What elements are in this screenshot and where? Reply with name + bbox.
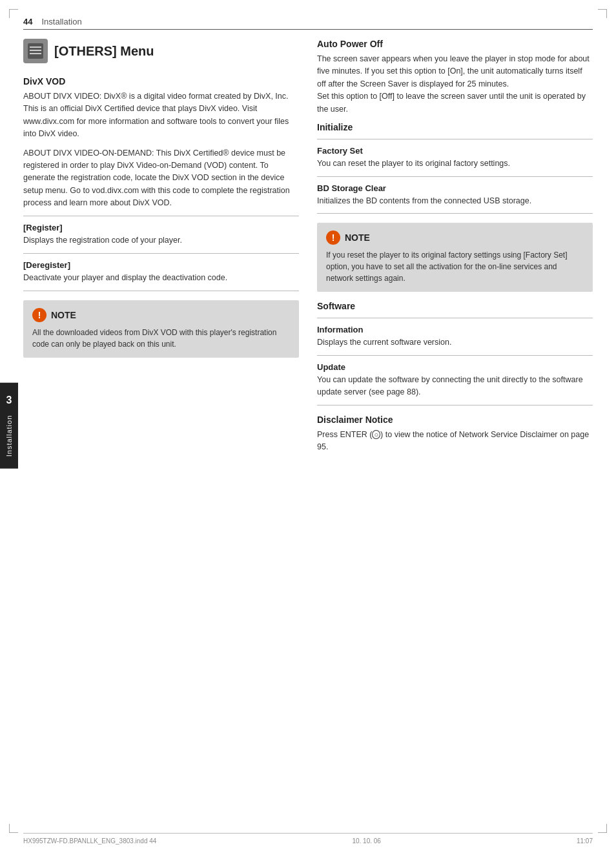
auto-power-off-section: Auto Power Off The screen saver appears … <box>317 39 593 116</box>
page-footer: HX995TZW-FD.BPANLLK_ENG_3803.indd 44 10.… <box>23 833 593 845</box>
menu-icon <box>23 39 48 63</box>
bd-storage-text: Initializes the BD contents from the con… <box>317 195 593 207</box>
page-header: 44 Installation <box>23 17 593 30</box>
bd-storage-title: BD Storage Clear <box>317 183 593 193</box>
corner-mark-tr <box>598 9 607 18</box>
disclaimer-heading: Disclaimer Notice <box>317 415 593 425</box>
software-heading: Software <box>317 301 593 311</box>
update-title: Update <box>317 362 593 372</box>
factory-set-title: Factory Set <box>317 146 593 156</box>
divider-update <box>317 355 593 356</box>
note-text-left: All the downloaded videos from DivX VOD … <box>32 327 290 350</box>
information-text: Displays the current software version. <box>317 336 593 349</box>
menu-title: [OTHERS] Menu <box>54 44 154 59</box>
register-section: [Register] Displays the registration cod… <box>23 223 299 247</box>
menu-header: [OTHERS] Menu <box>23 39 299 63</box>
update-text: You can update the software by connectin… <box>317 374 593 398</box>
note-header-right: ! NOTE <box>326 231 584 245</box>
page-number: 44 <box>23 17 32 26</box>
divider-note-left <box>23 291 299 291</box>
note-text-right: If you reset the player to its original … <box>326 249 584 284</box>
divx-vod-heading: DivX VOD <box>23 76 299 87</box>
svg-rect-2 <box>30 50 41 51</box>
update-section: Update You can update the software by co… <box>317 362 593 398</box>
note-box-left: ! NOTE All the downloaded videos from Di… <box>23 300 299 358</box>
left-column: [OTHERS] Menu DivX VOD ABOUT DIVX VIDEO:… <box>23 39 299 819</box>
note-box-right: ! NOTE If you reset the player to its or… <box>317 223 593 292</box>
corner-mark-bl <box>9 824 18 833</box>
factory-set-section: Factory Set You can reset the player to … <box>317 146 593 170</box>
note-icon-left: ! <box>32 308 46 322</box>
deregister-section: [Deregister] Deactivate your player and … <box>23 260 299 284</box>
note-icon-right: ! <box>326 231 340 245</box>
divider-deregister <box>23 253 299 254</box>
auto-power-off-text: The screen saver appears when you leave … <box>317 53 593 116</box>
side-tab-label: Installation <box>5 415 13 457</box>
register-text: Displays the registration code of your p… <box>23 234 299 247</box>
divider-information <box>317 318 593 318</box>
svg-rect-1 <box>30 46 41 48</box>
software-section: Software Information Displays the curren… <box>317 301 593 405</box>
right-column: Auto Power Off The screen saver appears … <box>317 39 593 819</box>
divx-vod-section: DivX VOD ABOUT DIVX VIDEO: DivX® is a di… <box>23 76 299 209</box>
deregister-text: Deactivate your player and display the d… <box>23 272 299 284</box>
side-tab: 3 Installation <box>0 383 18 469</box>
note-label-left: NOTE <box>51 310 76 320</box>
disclaimer-text: Press ENTER (○) to view the notice of Ne… <box>317 429 593 454</box>
register-title: [Register] <box>23 223 299 232</box>
divx-vod-para2: ABOUT DIVX VIDEO-ON-DEMAND: This DivX Ce… <box>23 147 299 210</box>
page-title: Installation <box>41 17 81 26</box>
divider-disclaimer <box>317 405 593 405</box>
divider-bd-storage <box>317 176 593 177</box>
bd-storage-section: BD Storage Clear Initializes the BD cont… <box>317 183 593 207</box>
footer-filename: HX995TZW-FD.BPANLLK_ENG_3803.indd 44 <box>23 837 156 845</box>
initialize-heading: Initialize <box>317 122 593 132</box>
footer-time: 11:07 <box>577 837 593 845</box>
factory-set-text: You can reset the player to its original… <box>317 158 593 170</box>
auto-power-off-heading: Auto Power Off <box>317 39 593 49</box>
note-header-left: ! NOTE <box>32 308 290 322</box>
svg-rect-3 <box>30 53 41 54</box>
side-tab-number: 3 <box>6 395 12 406</box>
deregister-title: [Deregister] <box>23 260 299 270</box>
disclaimer-section: Disclaimer Notice Press ENTER (○) to vie… <box>317 415 593 454</box>
note-label-right: NOTE <box>345 232 370 243</box>
information-section: Information Displays the current softwar… <box>317 325 593 349</box>
footer-date: 10. 10. 06 <box>352 837 380 845</box>
divider-register <box>23 216 299 216</box>
information-title: Information <box>317 325 593 334</box>
divx-vod-para1: ABOUT DIVX VIDEO: DivX® is a digital vid… <box>23 90 299 141</box>
corner-mark-tl <box>9 9 18 18</box>
divider-note-right <box>317 213 593 214</box>
main-content: [OTHERS] Menu DivX VOD ABOUT DIVX VIDEO:… <box>23 39 593 819</box>
initialize-section: Initialize Factory Set You can reset the… <box>317 122 593 214</box>
divider-factory-set <box>317 139 593 139</box>
corner-mark-br <box>598 824 607 833</box>
